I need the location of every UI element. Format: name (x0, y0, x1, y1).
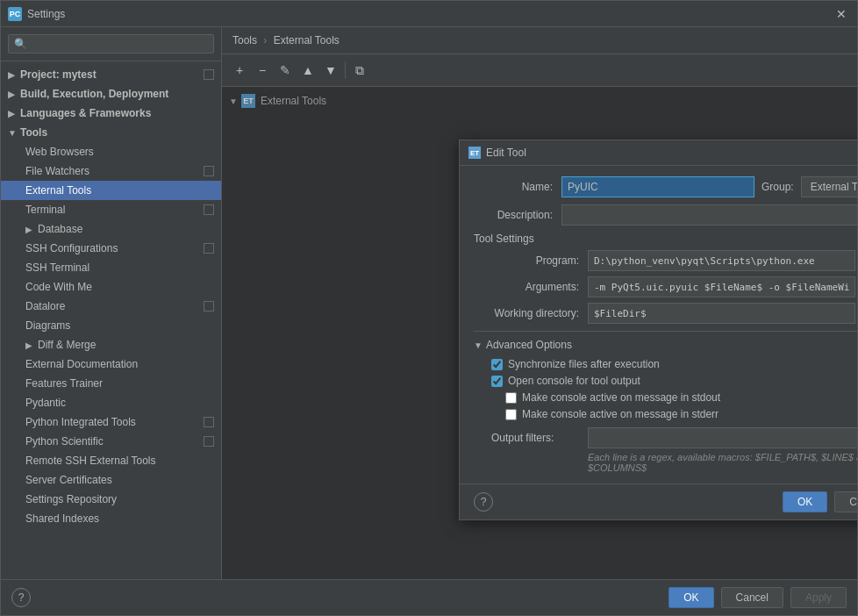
sidebar-item-languages[interactable]: ▶ Languages & Frameworks (1, 104, 221, 123)
edit-tool-button[interactable]: ✎ (275, 60, 296, 81)
group-label: External Tools (261, 95, 326, 107)
remove-tool-button[interactable]: − (252, 60, 273, 81)
sidebar-item-ssh-terminal[interactable]: SSH Terminal (1, 258, 221, 277)
sidebar-item-label: Web Browsers (25, 146, 94, 158)
sidebar-item-label: Diagrams (25, 319, 70, 332)
active-stdout-label: Make console active on message in stdout (522, 391, 720, 404)
sidebar-item-label: Project: mytest (20, 68, 97, 81)
window-close-button[interactable]: ✕ (833, 7, 850, 21)
sidebar-item-python-integrated-tools[interactable]: Python Integrated Tools (1, 412, 221, 432)
settings-badge-icon (204, 301, 214, 312)
sync-files-checkbox[interactable] (491, 359, 503, 370)
breadcrumb-separator: › (263, 34, 267, 47)
sidebar-item-external-tools[interactable]: External Tools (1, 181, 221, 200)
edit-tool-dialog: ET Edit Tool ✕ Name: Group: (459, 140, 857, 520)
active-stdout-checkbox[interactable] (505, 392, 517, 404)
sidebar-item-code-with-me[interactable]: Code With Me (1, 277, 221, 297)
sidebar-item-diagrams[interactable]: Diagrams (1, 316, 221, 335)
arguments-row: Arguments: + ⤢ (474, 276, 857, 297)
active-stderr-checkbox[interactable] (505, 409, 517, 420)
sidebar-item-label: Build, Execution, Deployment (20, 88, 168, 100)
toolbar-separator (345, 61, 346, 79)
ok-button[interactable]: OK (669, 587, 713, 608)
program-label: Program: (474, 254, 588, 267)
group-select[interactable]: External Tools (801, 176, 857, 197)
dialog-ok-button[interactable]: OK (783, 491, 827, 512)
settings-badge-icon (204, 436, 214, 447)
sidebar-item-shared-indexes[interactable]: Shared Indexes (1, 509, 221, 528)
sidebar-item-pydantic[interactable]: Pydantic (1, 393, 221, 412)
move-down-button[interactable]: ▼ (320, 60, 341, 81)
sidebar-item-web-browsers[interactable]: Web Browsers (1, 142, 221, 161)
sidebar-item-label: Pydantic (25, 397, 66, 409)
sidebar-item-external-documentation[interactable]: External Documentation (1, 355, 221, 374)
open-console-label: Open console for tool output (508, 375, 640, 387)
name-input[interactable] (561, 176, 754, 197)
group-icon: ET (241, 94, 255, 108)
program-input[interactable] (588, 250, 855, 271)
active-stderr-row: Make console active on message in stderr (505, 408, 857, 420)
tools-content-area: ▼ ET External Tools ET Ed (222, 87, 857, 579)
sync-files-row: Synchronize files after execution (491, 358, 857, 370)
sidebar: ▶ Project: mytest ▶ Build, Execution, De… (1, 27, 222, 579)
sidebar-item-database[interactable]: ▶ Database (1, 219, 221, 239)
advanced-options-toggle[interactable]: ▼ Advanced Options (474, 339, 857, 351)
settings-badge-icon (204, 204, 214, 215)
tools-group-header[interactable]: ▼ ET External Tools (222, 90, 857, 111)
advanced-arrow-icon: ▼ (474, 340, 483, 350)
sidebar-item-label: Shared Indexes (25, 512, 99, 525)
settings-badge-icon (204, 243, 214, 254)
sidebar-item-tools[interactable]: ▼ Tools (1, 123, 221, 142)
sidebar-item-settings-repository[interactable]: Settings Repository (1, 490, 221, 509)
sidebar-item-label: External Documentation (25, 358, 138, 370)
description-row: Description: (474, 204, 857, 226)
sidebar-item-label: Python Scientific (25, 435, 104, 448)
sidebar-item-label: Settings Repository (25, 493, 117, 505)
sidebar-item-terminal[interactable]: Terminal (1, 200, 221, 219)
output-filters-input[interactable] (588, 427, 857, 448)
right-panel: Tools › External Tools + − ✎ ▲ ▼ ⧉ ▼ E (222, 27, 857, 579)
sidebar-item-server-certificates[interactable]: Server Certificates (1, 470, 221, 490)
dialog-help-button[interactable]: ? (474, 492, 493, 512)
sidebar-item-label: Tools (20, 126, 47, 139)
arguments-label: Arguments: (474, 281, 588, 293)
arguments-input[interactable] (588, 276, 855, 297)
breadcrumb: Tools › External Tools (222, 27, 857, 54)
sidebar-item-file-watchers[interactable]: File Watchers (1, 161, 221, 181)
sidebar-item-label: Datalore (25, 300, 65, 312)
sidebar-item-datalore[interactable]: Datalore (1, 297, 221, 316)
add-tool-button[interactable]: + (229, 60, 250, 81)
copy-tool-button[interactable]: ⧉ (349, 60, 370, 81)
output-filters-label: Output filters: (491, 432, 588, 444)
description-input[interactable] (561, 204, 857, 226)
open-console-checkbox[interactable] (491, 376, 503, 387)
settings-badge-icon (204, 69, 214, 80)
active-stderr-label: Make console active on message in stderr (522, 408, 719, 420)
sidebar-tree: ▶ Project: mytest ▶ Build, Execution, De… (1, 61, 221, 579)
sidebar-item-python-scientific[interactable]: Python Scientific (1, 432, 221, 451)
apply-button[interactable]: Apply (790, 587, 847, 608)
help-button[interactable]: ? (11, 588, 31, 607)
sidebar-item-label: External Tools (25, 184, 91, 197)
sidebar-item-label: SSH Configurations (25, 242, 118, 254)
tools-toolbar: + − ✎ ▲ ▼ ⧉ (222, 54, 857, 87)
sidebar-item-label: Server Certificates (25, 474, 112, 486)
sidebar-item-remote-ssh[interactable]: Remote SSH External Tools (1, 451, 221, 470)
sidebar-item-project[interactable]: ▶ Project: mytest (1, 65, 221, 84)
working-dir-input[interactable] (588, 303, 855, 324)
search-input[interactable] (8, 34, 214, 54)
advanced-title: Advanced Options (486, 339, 572, 351)
sidebar-item-features-trainer[interactable]: Features Trainer (1, 374, 221, 393)
sidebar-item-diff-merge[interactable]: ▶ Diff & Merge (1, 335, 221, 355)
program-row: Program: + 📁 (474, 250, 857, 271)
sidebar-item-label: Diff & Merge (38, 339, 96, 351)
dialog-title-bar: ET Edit Tool ✕ (460, 140, 857, 166)
settings-badge-icon (204, 166, 214, 176)
cancel-button[interactable]: Cancel (721, 587, 783, 608)
move-up-button[interactable]: ▲ (297, 60, 318, 81)
sidebar-item-ssh-configurations[interactable]: SSH Configurations (1, 239, 221, 258)
dialog-cancel-button[interactable]: Cancel (834, 491, 857, 512)
sidebar-item-label: Database (38, 223, 82, 235)
name-label: Name: (474, 181, 561, 193)
sidebar-item-build[interactable]: ▶ Build, Execution, Deployment (1, 84, 221, 104)
